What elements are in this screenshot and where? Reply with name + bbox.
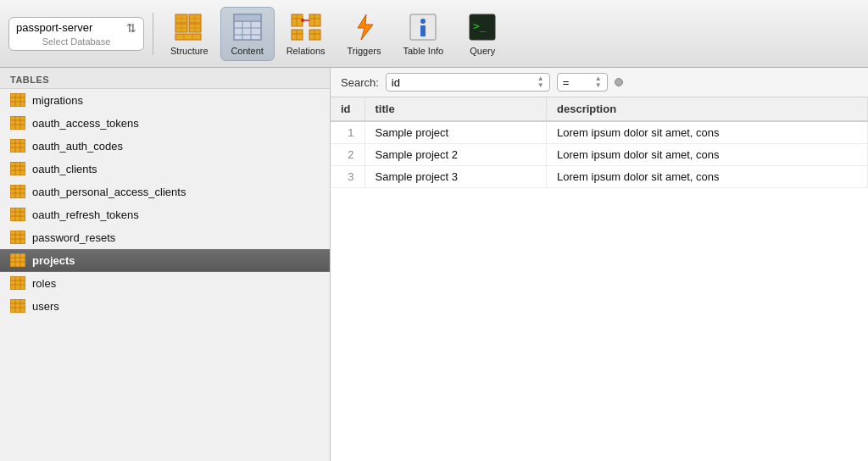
structure-icon xyxy=(174,12,204,42)
table-icon xyxy=(10,93,25,107)
db-selector[interactable]: passport-server ⇅ Select Database xyxy=(8,17,144,51)
sidebar-table-item[interactable]: migrations xyxy=(0,89,330,112)
table-header: idtitledescription xyxy=(331,97,868,121)
db-selector-name: passport-server xyxy=(16,21,92,34)
svg-rect-57 xyxy=(10,162,25,175)
svg-rect-39 xyxy=(420,25,426,36)
sidebar-table-item[interactable]: oauth_access_tokens xyxy=(0,112,330,135)
sidebar-table-item[interactable]: oauth_refresh_tokens xyxy=(0,203,330,226)
table-row[interactable]: 3Sample project 3Lorem ipsum dolor sit a… xyxy=(331,166,868,188)
tableinfo-button[interactable]: Table Info xyxy=(395,7,453,61)
data-table-wrapper: idtitledescription 1Sample projectLorem … xyxy=(331,97,868,461)
triggers-button[interactable]: Triggers xyxy=(337,7,392,61)
table-icon xyxy=(10,230,25,244)
sidebar-table-item[interactable]: oauth_auth_codes xyxy=(0,135,330,158)
table-body: 1Sample projectLorem ipsum dolor sit ame… xyxy=(331,121,868,188)
svg-rect-30 xyxy=(292,30,303,40)
content-area: Search: ▲ ▼ = ▲ ▼ xyxy=(331,68,868,461)
content-button[interactable]: Content xyxy=(220,7,275,61)
col-header-description: description xyxy=(547,97,868,121)
operator-select[interactable]: = ▲ ▼ xyxy=(557,73,608,92)
structure-button[interactable]: Structure xyxy=(162,7,217,61)
search-updown-arrows: ▲ ▼ xyxy=(537,75,544,89)
relations-button[interactable]: Relations xyxy=(278,7,334,61)
svg-marker-36 xyxy=(358,14,373,40)
main-layout: TABLES migrations oauth_access_tokens oa… xyxy=(0,68,868,461)
table-icon xyxy=(10,185,25,198)
tableinfo-icon xyxy=(408,12,438,42)
svg-rect-72 xyxy=(10,230,25,244)
sidebar-table-list: migrations oauth_access_tokens oauth_aut… xyxy=(0,89,330,461)
sidebar-table-item[interactable]: password_resets xyxy=(0,226,330,249)
sidebar-table-name: oauth_refresh_tokens xyxy=(32,208,139,221)
search-field-wrapper[interactable]: ▲ ▼ xyxy=(386,73,550,92)
table-icon xyxy=(10,276,25,290)
triggers-label: Triggers xyxy=(348,46,381,56)
svg-rect-52 xyxy=(10,139,25,153)
filter-dot xyxy=(615,78,623,86)
table-icon xyxy=(10,162,25,175)
sidebar-table-name: password_resets xyxy=(32,231,115,244)
content-icon xyxy=(232,12,263,42)
sidebar-table-name: oauth_personal_access_clients xyxy=(32,186,186,198)
sidebar-table-item[interactable]: oauth_personal_access_clients xyxy=(0,181,330,203)
svg-rect-62 xyxy=(10,185,25,198)
cell-description: Lorem ipsum dolor sit amet, cons xyxy=(547,144,868,166)
data-table: idtitledescription 1Sample projectLorem … xyxy=(331,97,868,188)
col-header-title: title xyxy=(364,97,547,121)
sidebar-table-item[interactable]: users xyxy=(0,295,330,318)
toolbar: passport-server ⇅ Select Database xyxy=(0,0,868,68)
sidebar-table-name: users xyxy=(32,300,59,313)
structure-label: Structure xyxy=(170,46,209,56)
svg-point-38 xyxy=(420,19,426,24)
cell-description: Lorem ipsum dolor sit amet, cons xyxy=(547,166,868,188)
table-icon xyxy=(10,116,25,130)
db-selector-sub: Select Database xyxy=(16,36,136,47)
svg-rect-47 xyxy=(10,116,25,130)
tableinfo-label: Table Info xyxy=(403,46,444,56)
svg-rect-33 xyxy=(309,30,320,40)
sidebar-table-name: migrations xyxy=(32,94,83,107)
table-icon xyxy=(10,208,25,221)
svg-text:>_: >_ xyxy=(473,19,487,32)
cell-id: 1 xyxy=(331,121,364,144)
relations-icon xyxy=(291,12,321,42)
sidebar-table-item[interactable]: roles xyxy=(0,272,330,295)
table-row[interactable]: 1Sample projectLorem ipsum dolor sit ame… xyxy=(331,121,868,144)
search-label: Search: xyxy=(341,76,379,89)
table-header-row: idtitledescription xyxy=(331,97,868,121)
sidebar-table-name: oauth_clients xyxy=(32,163,97,175)
db-selector-arrow: ⇅ xyxy=(126,21,136,35)
content-label: Content xyxy=(231,46,264,56)
cell-title: Sample project xyxy=(364,121,547,144)
relations-label: Relations xyxy=(287,46,326,56)
operator-arrows: ▲ ▼ xyxy=(595,75,602,89)
query-label: Query xyxy=(470,46,495,56)
sidebar-table-item[interactable]: projects xyxy=(0,249,330,272)
sidebar-table-name: projects xyxy=(32,254,75,267)
cell-title: Sample project 3 xyxy=(364,166,547,188)
query-button[interactable]: >_ Query xyxy=(455,7,509,61)
table-row[interactable]: 2Sample project 2Lorem ipsum dolor sit a… xyxy=(331,144,868,166)
query-icon: >_ xyxy=(467,12,498,42)
sidebar: TABLES migrations oauth_access_tokens oa… xyxy=(0,68,331,461)
cell-description: Lorem ipsum dolor sit amet, cons xyxy=(547,121,868,144)
search-bar: Search: ▲ ▼ = ▲ ▼ xyxy=(331,68,868,97)
cell-title: Sample project 2 xyxy=(364,144,547,166)
search-input[interactable] xyxy=(392,76,534,89)
cell-id: 3 xyxy=(331,166,364,188)
sidebar-header: TABLES xyxy=(0,68,330,89)
toolbar-separator xyxy=(153,13,153,55)
svg-rect-25 xyxy=(309,14,320,26)
sidebar-table-item[interactable]: oauth_clients xyxy=(0,158,330,181)
svg-rect-87 xyxy=(10,299,25,313)
svg-rect-77 xyxy=(10,253,25,267)
sidebar-table-name: oauth_access_tokens xyxy=(32,117,139,130)
svg-rect-21 xyxy=(234,14,261,21)
sidebar-table-name: roles xyxy=(32,277,56,290)
sidebar-table-name: oauth_auth_codes xyxy=(32,140,123,153)
svg-rect-42 xyxy=(10,93,25,107)
cell-id: 2 xyxy=(331,144,364,166)
svg-point-29 xyxy=(301,19,304,22)
operator-value: = xyxy=(563,76,570,89)
